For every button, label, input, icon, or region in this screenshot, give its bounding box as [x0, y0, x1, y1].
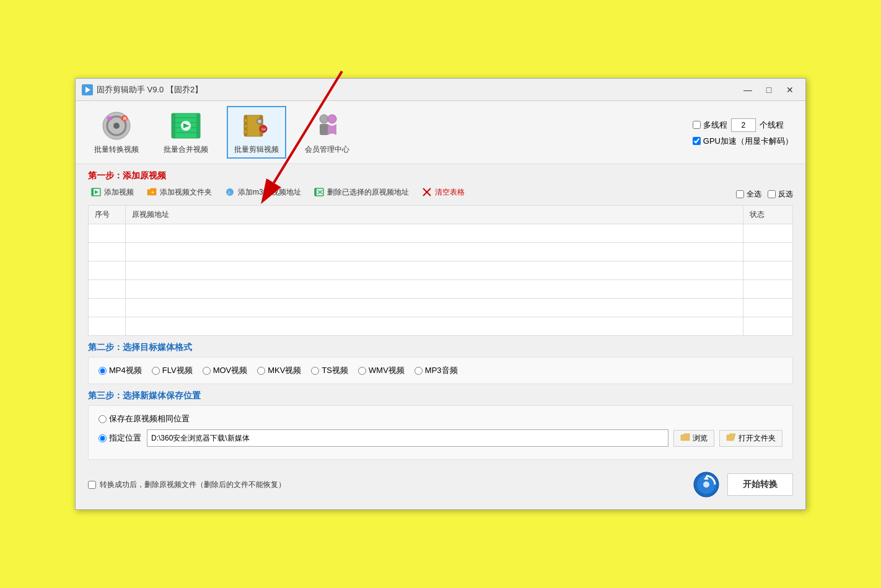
- format-ts[interactable]: TS视频: [311, 365, 348, 376]
- table-row: [89, 317, 793, 336]
- save-custom-location-row: 指定位置 浏览: [99, 429, 782, 447]
- svg-rect-35: [92, 188, 94, 196]
- batch-merge-icon: [170, 110, 202, 142]
- select-controls: 全选 反选: [736, 189, 793, 200]
- toolbar: R 批量转换视频 批量合并视频: [76, 101, 805, 164]
- deselect-text: 反选: [778, 189, 793, 200]
- clear-table-icon: [421, 186, 432, 198]
- svg-rect-32: [320, 124, 328, 135]
- toolbar-batch-convert[interactable]: R 批量转换视频: [88, 107, 145, 157]
- format-mp4-radio[interactable]: [99, 367, 107, 375]
- start-convert-button[interactable]: 开始转换: [727, 473, 793, 496]
- format-wmv-radio[interactable]: [358, 367, 366, 375]
- batch-merge-label: 批量合并视频: [164, 144, 208, 155]
- select-all-checkbox[interactable]: [736, 190, 744, 198]
- gpu-checkbox[interactable]: [693, 137, 701, 145]
- close-button[interactable]: ✕: [781, 82, 799, 97]
- svg-point-50: [703, 481, 709, 488]
- batch-convert-label: 批量转换视频: [94, 144, 139, 155]
- delete-selected-button[interactable]: 删除已选择的原视频地址: [311, 185, 411, 199]
- svg-rect-41: [315, 188, 317, 196]
- add-m3u8-icon: 人: [224, 186, 235, 198]
- multi-thread-checkbox[interactable]: [693, 121, 701, 129]
- format-mkv-radio[interactable]: [257, 367, 265, 375]
- format-mp3[interactable]: MP3音频: [414, 365, 458, 376]
- svg-text:✂: ✂: [261, 126, 266, 133]
- open-folder-button[interactable]: 打开文件夹: [719, 430, 782, 447]
- window-title: 固乔剪辑助手 V9.0 【固乔2】: [97, 84, 739, 95]
- svg-text:R: R: [123, 116, 126, 121]
- delete-after-convert-checkbox[interactable]: [88, 481, 96, 489]
- add-video-icon: [90, 186, 102, 198]
- delete-after-convert-label[interactable]: 转换成功后，删除原视频文件（删除后的文件不能恢复）: [88, 480, 286, 490]
- open-folder-label: 打开文件夹: [739, 433, 776, 444]
- save-custom-location-text: 指定位置: [109, 432, 141, 444]
- add-folder-button[interactable]: + 添加视频文件夹: [144, 185, 214, 199]
- main-window: 固乔剪辑助手 V9.0 【固乔2】 — □ ✕ R 批量转换视频: [75, 78, 806, 510]
- format-mp4[interactable]: MP4视频: [99, 365, 142, 376]
- save-same-location-radio[interactable]: [99, 415, 107, 423]
- add-video-button[interactable]: 添加视频: [88, 185, 136, 199]
- toolbar-right-controls: 多线程 个线程 GPU加速（用显卡解码）: [693, 118, 793, 147]
- delete-after-convert-text: 转换成功后，删除原视频文件（删除后的文件不能恢复）: [100, 480, 286, 490]
- multi-thread-checkbox-label[interactable]: 多线程: [693, 120, 727, 131]
- step1-header: 第一步：添加原视频: [88, 170, 793, 182]
- svg-rect-21: [244, 119, 247, 122]
- gpu-label: GPU加速（用显卡解码）: [703, 136, 793, 147]
- minimize-button[interactable]: —: [739, 82, 757, 97]
- step3-header: 第三步：选择新媒体保存位置: [88, 390, 793, 402]
- col-index: 序号: [89, 206, 126, 224]
- table-row: [89, 261, 793, 280]
- svg-rect-11: [196, 113, 200, 138]
- thread-count-input[interactable]: [731, 118, 756, 132]
- add-m3u8-button[interactable]: 人 添加m3u8视频地址: [222, 185, 304, 199]
- format-mov-radio[interactable]: [203, 367, 211, 375]
- gpu-checkbox-label[interactable]: GPU加速（用显卡解码）: [693, 136, 793, 147]
- action-bar: 添加视频 + 添加视频文件夹: [88, 185, 467, 199]
- save-path-input[interactable]: [147, 429, 668, 447]
- format-wmv[interactable]: WMV视频: [358, 365, 405, 376]
- add-folder-label: 添加视频文件夹: [160, 187, 212, 198]
- save-custom-location-label[interactable]: 指定位置: [99, 432, 142, 444]
- col-status: 状态: [743, 206, 793, 224]
- main-content: 第一步：添加原视频 添加视频: [76, 164, 805, 509]
- deselect-label[interactable]: 反选: [768, 189, 793, 200]
- deselect-checkbox[interactable]: [768, 190, 776, 198]
- batch-edit-icon: ✂: [240, 110, 273, 142]
- format-ts-radio[interactable]: [311, 367, 319, 375]
- format-wmv-label: WMV视频: [369, 365, 405, 376]
- toolbar-batch-merge[interactable]: 批量合并视频: [157, 107, 214, 157]
- format-flv[interactable]: FLV视频: [152, 365, 193, 376]
- format-flv-radio[interactable]: [152, 367, 160, 375]
- save-custom-location-radio[interactable]: [99, 434, 107, 442]
- app-icon: [82, 84, 93, 95]
- format-radio-group: MP4视频 FLV视频 MOV视频 MKV视频: [99, 365, 782, 376]
- step1-section: 第一步：添加原视频 添加视频: [88, 170, 793, 336]
- delete-selected-label: 删除已选择的原视频地址: [327, 187, 409, 198]
- maximize-button[interactable]: □: [760, 82, 778, 97]
- add-video-label: 添加视频: [104, 187, 134, 198]
- format-mov-label: MOV视频: [213, 365, 248, 376]
- delete-selected-icon: [313, 186, 325, 198]
- svg-point-30: [258, 120, 261, 123]
- format-mkv[interactable]: MKV视频: [257, 365, 301, 376]
- toolbar-member-center[interactable]: 会员管理中心: [299, 107, 356, 157]
- browse-button[interactable]: 浏览: [673, 430, 714, 447]
- format-mp3-radio[interactable]: [414, 367, 423, 375]
- step3-section: 第三步：选择新媒体保存位置 保存在原视频相同位置 指定位置: [88, 390, 793, 460]
- multi-thread-label: 多线程: [703, 120, 727, 131]
- select-all-label[interactable]: 全选: [736, 189, 761, 200]
- clear-table-button[interactable]: 清空表格: [419, 185, 467, 199]
- svg-rect-22: [244, 125, 247, 128]
- window-controls: — □ ✕: [739, 82, 799, 97]
- toolbar-batch-edit[interactable]: ✂ 批量剪辑视频: [227, 106, 286, 159]
- format-mp4-label: MP4视频: [109, 365, 142, 376]
- title-bar: 固乔剪辑助手 V9.0 【固乔2】 — □ ✕: [76, 79, 805, 101]
- save-same-location-row: 保存在原视频相同位置: [99, 413, 782, 424]
- format-mov[interactable]: MOV视频: [203, 365, 248, 376]
- col-path: 原视频地址: [126, 206, 743, 224]
- format-mp3-label: MP3音频: [425, 365, 458, 376]
- browse-folder-icon: [680, 433, 690, 444]
- save-same-location-label[interactable]: 保存在原视频相同位置: [99, 413, 190, 424]
- svg-rect-5: [107, 116, 112, 120]
